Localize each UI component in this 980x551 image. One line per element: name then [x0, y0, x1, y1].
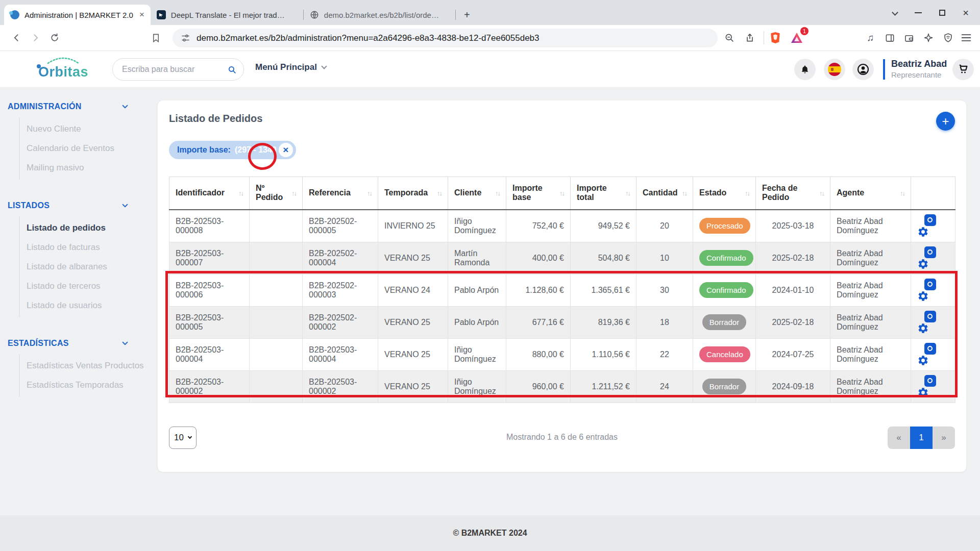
forward-button[interactable] [27, 29, 44, 46]
sort-icon[interactable]: ↑↓ [625, 189, 630, 197]
brave-shield-icon[interactable] [767, 29, 784, 46]
sort-icon[interactable]: ↑↓ [559, 189, 564, 197]
back-button[interactable] [8, 29, 26, 46]
cell-estado: Cancelado [693, 338, 756, 370]
sidebar-item-mailing-masivo[interactable]: Mailing masivo [27, 158, 144, 178]
sort-icon[interactable]: ↑↓ [682, 189, 687, 197]
column-header-estado[interactable]: Estado↑↓ [693, 177, 756, 210]
sort-icon[interactable]: ↑↓ [819, 189, 824, 197]
sort-icon[interactable]: ↑↓ [238, 189, 243, 197]
sidebar-section-listados[interactable]: LISTADOS [8, 201, 144, 210]
privacy-shield-icon[interactable] [939, 29, 957, 46]
add-order-button[interactable]: + [936, 112, 955, 131]
cell-fecha: 2025-03-18 [756, 210, 830, 242]
leo-ai-sparkle-icon[interactable] [920, 29, 937, 46]
table-header-row: Identificador↑↓Nº Pedido↑↓Referencia↑↓Te… [169, 177, 955, 210]
sort-icon[interactable]: ↑↓ [367, 189, 372, 197]
column-header-n-pedido[interactable]: Nº Pedido↑↓ [250, 177, 303, 210]
settings-icon[interactable] [917, 290, 929, 302]
sidebar-item-listado-de-facturas[interactable]: Listado de facturas [27, 238, 144, 257]
url-bar[interactable]: demo.b2market.es/b2b/administration?menu… [173, 29, 718, 47]
notifications-button[interactable] [794, 59, 816, 80]
view-icon[interactable] [924, 375, 936, 387]
brave-rewards-icon[interactable]: 1 [788, 29, 805, 46]
search-icon[interactable] [228, 64, 236, 75]
settings-icon[interactable] [917, 226, 929, 238]
window-minimize-button[interactable] [915, 12, 922, 13]
window-close-button[interactable]: × [963, 8, 969, 18]
menu-hamburger-icon[interactable] [958, 29, 975, 46]
browser-tab[interactable]: DeepL Translate - El mejor traducto [151, 5, 304, 25]
sidebar-section-label: LISTADOS [8, 201, 50, 210]
window-maximize-button[interactable] [939, 10, 945, 16]
new-tab-button[interactable]: + [460, 8, 474, 22]
view-icon[interactable] [924, 343, 936, 355]
column-header-cantidad[interactable]: Cantidad↑↓ [636, 177, 693, 210]
global-search[interactable] [112, 58, 244, 81]
sort-icon[interactable]: ↑↓ [745, 189, 749, 197]
sidebar-section-administracion[interactable]: ADMINISTRACIÓN [8, 102, 144, 111]
pagination-page-1[interactable]: 1 [910, 427, 933, 449]
settings-icon[interactable] [917, 355, 929, 366]
table-row[interactable]: B2B-202503-000004B2B-202503-000004VERANO… [169, 338, 955, 370]
view-icon[interactable] [924, 311, 936, 322]
main-menu-label: Menú Principal [255, 62, 317, 72]
table-row[interactable]: B2B-202503-000006B2B-202502-000003VERANO… [169, 274, 955, 306]
pagination-next-button[interactable]: » [933, 427, 955, 449]
media-control-icon[interactable]: ♫ [862, 29, 879, 46]
sidebar-section-estadisticas[interactable]: ESTADÍSTICAS [8, 339, 144, 348]
sort-icon[interactable]: ↑↓ [291, 189, 296, 197]
sort-icon[interactable]: ↑↓ [900, 189, 904, 197]
view-icon[interactable] [924, 246, 936, 258]
column-header-agente[interactable]: Agente↑↓ [830, 177, 911, 210]
account-button[interactable] [852, 59, 874, 80]
cart-button[interactable] [952, 59, 974, 80]
tab-close-icon[interactable]: × [139, 10, 144, 20]
url-text[interactable]: demo.b2market.es/b2b/administration?menu… [197, 33, 540, 43]
table-row[interactable]: B2B-202503-000007B2B-202502-000004VERANO… [169, 242, 955, 274]
settings-icon[interactable] [917, 387, 929, 398]
settings-icon[interactable] [917, 258, 929, 270]
column-header-referencia[interactable]: Referencia↑↓ [303, 177, 378, 210]
sidebar-item-listado-de-terceros[interactable]: Listado de terceros [27, 277, 144, 296]
pagination-prev-button[interactable]: « [888, 427, 910, 449]
main-menu-dropdown[interactable]: Menú Principal [255, 62, 326, 72]
tab-search-chevron-icon[interactable] [892, 9, 898, 16]
table-row[interactable]: B2B-202503-000002B2B-202503-000002VERANO… [169, 370, 955, 403]
zoom-out-icon[interactable] [721, 29, 738, 46]
app-logo[interactable]: Orbitas [33, 56, 94, 80]
view-icon[interactable] [924, 214, 936, 226]
sidebar-item-nuevo-cliente[interactable]: Nuevo Cliente [27, 119, 144, 139]
search-input[interactable] [122, 65, 228, 74]
sidebar-item-listado-de-albaranes[interactable]: Listado de albaranes [27, 257, 144, 277]
column-header-fecha-de-pedido[interactable]: Fecha de Pedido↑↓ [756, 177, 830, 210]
chevron-down-icon [121, 103, 129, 110]
reload-button[interactable] [46, 29, 63, 46]
reading-list-icon[interactable] [147, 29, 164, 46]
view-icon[interactable] [924, 279, 936, 290]
share-icon[interactable] [741, 29, 758, 46]
wallet-icon[interactable] [900, 29, 918, 46]
browser-tab[interactable]: Administration | B2MARKET 2.0 × [4, 5, 151, 25]
settings-icon[interactable] [917, 322, 929, 334]
sidebar-item-estadisticas-temporadas[interactable]: Estadísticas Temporadas [27, 375, 144, 395]
site-settings-icon[interactable] [181, 33, 190, 43]
table-row[interactable]: B2B-202503-000008B2B-202502-000005INVIER… [169, 210, 955, 242]
column-header-identificador[interactable]: Identificador↑↓ [169, 177, 250, 210]
sidebar-item-listado-de-usuarios[interactable]: Listado de usuarios [27, 296, 144, 315]
sidebar-panel-icon[interactable] [881, 29, 898, 46]
column-header-cliente[interactable]: Cliente↑↓ [448, 177, 506, 210]
filter-remove-icon[interactable]: × [279, 143, 293, 157]
sidebar-item-estadisticas-ventas-productos[interactable]: Estadísticas Ventas Productos [27, 356, 144, 375]
browser-tab[interactable]: demo.b2market.es/b2b/list/orders? [304, 5, 456, 25]
user-divider [883, 59, 885, 80]
sidebar-item-listado-de-pedidos[interactable]: Listado de pedidos [27, 218, 144, 238]
sort-icon[interactable]: ↑↓ [495, 189, 500, 197]
sidebar-item-calendario-de-eventos[interactable]: Calendario de Eventos [27, 139, 144, 158]
column-header-temporada[interactable]: Temporada↑↓ [378, 177, 448, 210]
table-row[interactable]: B2B-202503-000005B2B-202502-000002VERANO… [169, 306, 955, 338]
column-header-importe-total[interactable]: Importe total↑↓ [571, 177, 636, 210]
column-header-importe-base[interactable]: Importe base↑↓ [506, 177, 571, 210]
sort-icon[interactable]: ↑↓ [437, 189, 442, 197]
language-selector[interactable] [824, 59, 845, 80]
